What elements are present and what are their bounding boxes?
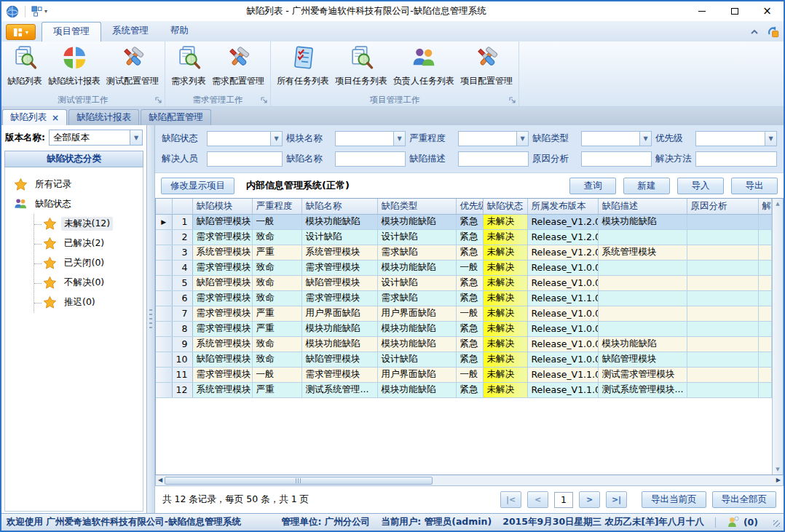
- ribbon-button-g0-2[interactable]: 测试配置管理: [103, 44, 162, 89]
- col-header-solution[interactable]: 解决方法: [758, 199, 772, 214]
- quick-access-menu[interactable]: ▾: [31, 6, 47, 17]
- filter-input-r1c3[interactable]: [581, 151, 652, 167]
- new-button[interactable]: 新建: [623, 178, 670, 194]
- row-indicator-cell: [156, 229, 172, 245]
- tree-item-5[interactable]: 不解决(0): [34, 273, 141, 293]
- table-row[interactable]: 8需求管理模块严重模块功能缺陷模块功能缺陷紧急未解决Release_V1.0.0: [156, 321, 772, 336]
- cell-name: 模块功能缺陷: [301, 214, 377, 229]
- table-row[interactable]: 6需求管理模块致命需求管理模块需求缺陷紧急未解决Release_V1.1.0: [156, 290, 772, 306]
- page-number-input[interactable]: [554, 492, 573, 508]
- filter-input-r1c0[interactable]: [207, 151, 283, 167]
- scroll-right-icon[interactable]: ▶: [776, 477, 781, 483]
- ribbon-button-g2-0[interactable]: 所有任务列表: [274, 44, 332, 89]
- table-row[interactable]: 4需求管理模块致命需求管理模块模块功能缺陷一般未解决Release_V1.0.0: [156, 260, 772, 275]
- about-icon[interactable]: [768, 26, 779, 38]
- table-row[interactable]: 10缺陷管理模块致命缺陷管理模块设计缺陷紧急未解决Release_V1.0.0缺…: [156, 352, 772, 367]
- col-header-status[interactable]: 缺陷状态: [483, 199, 527, 214]
- tree-item-1[interactable]: 缺陷状态: [14, 194, 141, 214]
- dialog-launcher-icon[interactable]: [261, 96, 268, 103]
- col-header-priority[interactable]: 优先级: [456, 199, 483, 214]
- horizontal-scrollbar[interactable]: ◀ ▶: [155, 475, 784, 486]
- close-button[interactable]: ×: [751, 1, 784, 21]
- prev-page-button[interactable]: <: [527, 491, 548, 508]
- chevron-down-icon[interactable]: ▼: [765, 132, 776, 146]
- doc-tab-0[interactable]: 缺陷列表×: [2, 109, 67, 125]
- cell-severity: 致命: [252, 260, 301, 275]
- collapse-ribbon-icon[interactable]: [749, 26, 760, 38]
- vertical-scrollbar[interactable]: ▲ ▼: [772, 199, 783, 475]
- scroll-up-icon[interactable]: ▲: [776, 201, 779, 207]
- col-header-name[interactable]: 缺陷名称: [301, 199, 377, 214]
- scroll-left-icon[interactable]: ◀: [158, 477, 162, 483]
- doc-tab-1[interactable]: 缺陷统计报表: [68, 109, 139, 125]
- maximize-button[interactable]: [718, 1, 751, 21]
- ribbon-button-g0-1[interactable]: 缺陷统计报表: [45, 44, 103, 89]
- filter-select-r0c2[interactable]: ▼: [458, 131, 529, 146]
- col-header-severity[interactable]: 严重程度: [252, 199, 301, 214]
- filter-select-r0c0[interactable]: ▼: [207, 131, 283, 146]
- chevron-down-icon[interactable]: ▼: [270, 132, 282, 146]
- table-row[interactable]: 11需求管理模块一般需求管理模块用户界面缺陷一般未解决Release_V1.1.…: [156, 367, 772, 382]
- resize-grip-icon[interactable]: [773, 520, 780, 527]
- dialog-launcher-icon[interactable]: [509, 96, 516, 103]
- scroll-down-icon[interactable]: ▼: [776, 467, 779, 472]
- ribbon-button-g2-3[interactable]: 项目配置管理: [457, 44, 516, 89]
- table-row[interactable]: 12系统管理模块严重测试系统管理...模块功能缺陷紧急未解决Release_V1…: [156, 382, 772, 397]
- col-header-cause[interactable]: 原因分析: [687, 199, 758, 214]
- col-header-type[interactable]: 缺陷类型: [377, 199, 456, 214]
- table-row[interactable]: 9系统管理模块致命模块功能缺陷模块功能缺陷紧急未解决Release_V1.0.0…: [156, 336, 772, 352]
- table-row[interactable]: 3系统管理模块严重系统管理模块需求缺陷紧急未解决Release_V1.2.0系统…: [156, 245, 772, 260]
- ribbon-button-g1-0[interactable]: 需求列表: [168, 44, 209, 89]
- ribbon-tab-help[interactable]: 帮助: [159, 22, 200, 41]
- ribbon-tab-project[interactable]: 项目管理: [42, 22, 101, 41]
- ribbon-button-g1-1[interactable]: 需求配置管理: [209, 44, 267, 89]
- import-button[interactable]: 导入: [677, 178, 724, 194]
- cell-release: Release_V1.2.0: [527, 229, 598, 245]
- chevron-down-icon[interactable]: ▼: [130, 130, 142, 145]
- tree-collapse-icon[interactable]: [4, 201, 5, 207]
- filter-select-r0c3[interactable]: ▼: [581, 131, 652, 146]
- table-row[interactable]: 7需求管理模块严重用户界面缺陷用户界面缺陷一般未解决Release_V1.0.0: [156, 306, 772, 321]
- scrollbar-thumb[interactable]: [165, 477, 433, 485]
- ribbon-tab-system[interactable]: 系统管理: [101, 22, 159, 41]
- application-menu-button[interactable]: ▾: [6, 24, 36, 40]
- col-header-release[interactable]: 所属发布版本: [527, 199, 598, 214]
- ribbon-button-g2-2[interactable]: 负责人任务列表: [390, 44, 457, 89]
- export-button[interactable]: 导出: [731, 178, 778, 194]
- online-users-icon[interactable]: [727, 516, 739, 528]
- col-header-description[interactable]: 缺陷描述: [598, 199, 687, 214]
- tree-item-2[interactable]: 未解决(12): [34, 214, 141, 234]
- filter-input-r1c4[interactable]: [695, 151, 777, 167]
- tree-item-0[interactable]: 所有记录: [14, 175, 141, 194]
- filter-select-r0c1[interactable]: ▼: [335, 131, 406, 146]
- first-page-button[interactable]: |<: [500, 491, 521, 508]
- table-row[interactable]: 5缺陷管理模块致命缺陷管理模块设计缺陷紧急未解决Release_V1.0.0: [156, 275, 772, 290]
- col-header-module[interactable]: 缺陷模块: [192, 199, 252, 214]
- minimize-button[interactable]: [685, 1, 718, 21]
- filter-input-r1c2[interactable]: [458, 151, 529, 167]
- tree-item-4[interactable]: 已关闭(0): [34, 253, 141, 273]
- filter-input-r1c1[interactable]: [335, 151, 406, 167]
- chevron-down-icon[interactable]: ▼: [393, 132, 405, 146]
- tree-item-6[interactable]: 推迟(0): [34, 293, 141, 312]
- dialog-launcher-icon[interactable]: [155, 96, 162, 103]
- tab-close-icon[interactable]: ×: [52, 114, 59, 122]
- version-select[interactable]: 全部版本 ▼: [49, 130, 143, 146]
- ribbon-button-g2-1[interactable]: 项目任务列表: [332, 44, 390, 89]
- filter-select-value: [696, 132, 765, 146]
- tree-item-3[interactable]: 已解决(2): [34, 234, 141, 253]
- query-button[interactable]: 查询: [569, 178, 616, 194]
- export-current-page-button[interactable]: 导出当前页: [642, 491, 706, 508]
- chevron-down-icon[interactable]: ▼: [639, 132, 651, 146]
- table-row[interactable]: 2需求管理模块致命设计缺陷设计缺陷紧急未解决Release_V1.2.0: [156, 229, 772, 245]
- last-page-button[interactable]: >|: [606, 491, 627, 508]
- modify-columns-button[interactable]: 修改显示项目: [161, 178, 234, 194]
- doc-tab-2[interactable]: 缺陷配置管理: [141, 109, 211, 125]
- ribbon-button-g0-0[interactable]: 缺陷列表: [4, 44, 45, 89]
- chevron-down-icon[interactable]: ▼: [516, 132, 528, 146]
- sidebar-splitter[interactable]: [147, 125, 155, 513]
- filter-select-r0c4[interactable]: ▼: [695, 131, 777, 146]
- export-all-pages-button[interactable]: 导出全部页: [712, 491, 777, 508]
- table-row[interactable]: ▶1缺陷管理模块一般模块功能缺陷模块功能缺陷紧急未解决Release_V1.2.…: [156, 214, 772, 229]
- next-page-button[interactable]: >: [579, 491, 600, 508]
